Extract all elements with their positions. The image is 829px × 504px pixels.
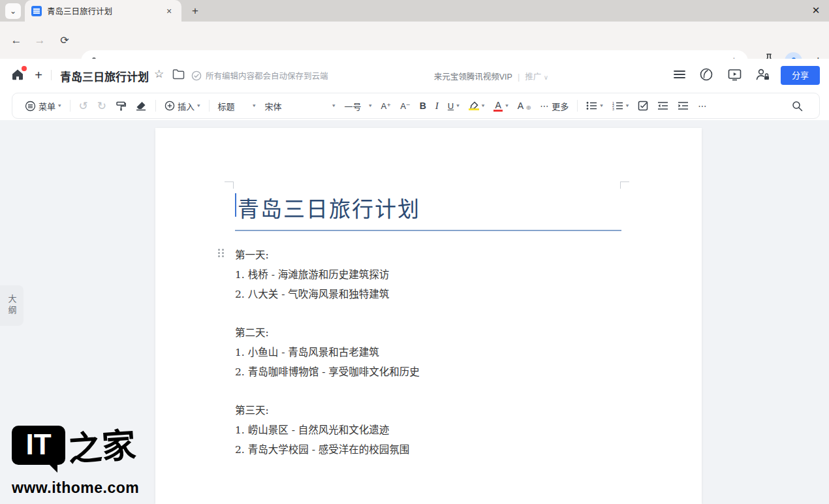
indent-button[interactable]: [673, 97, 693, 115]
promo-text: 来元宝领腾讯视频VIP: [434, 72, 512, 82]
checklist-button[interactable]: [633, 97, 653, 115]
toolbar-overflow-button[interactable]: ⋯: [693, 97, 712, 115]
day-section: 第二天: 1. 小鱼山 - 青岛风景和古老建筑 2. 青岛咖啡博物馆 - 享受咖…: [235, 323, 621, 382]
doc-list-menu-icon[interactable]: [672, 67, 688, 83]
video-tutorial-icon[interactable]: [727, 67, 743, 83]
browser-navbar: ← → ⟳ docs.qq.com/doc/DTXVpV0hWTHh2YVN1 …: [0, 22, 829, 59]
font-color-bar: [493, 110, 503, 112]
ithome-url: www.ithome.com: [12, 479, 142, 497]
caret-down-icon: ▾: [505, 103, 508, 108]
numbered-list-button[interactable]: 123 ▾: [608, 97, 634, 115]
font-family-select[interactable]: 宋体▾: [260, 97, 340, 115]
window-close-button[interactable]: ✕: [809, 4, 822, 17]
document-body[interactable]: 青岛三日旅行计划 第一天: 1. 栈桥 - 海滩旅游和历史建筑探访 2. 八大关…: [235, 188, 621, 479]
move-folder-icon[interactable]: [172, 69, 185, 80]
create-doc-button[interactable]: +: [31, 67, 46, 83]
section-heading[interactable]: 第三天:: [235, 401, 621, 420]
more-label: 更多: [552, 100, 569, 112]
tab-search-button[interactable]: ⌄: [5, 3, 21, 19]
title-corner-mark-left: [225, 181, 234, 189]
caret-down-icon: ▾: [482, 103, 485, 108]
plus-circle-icon: [164, 101, 175, 111]
autosave-text: 所有编辑内容都会自动保存到云端: [206, 69, 328, 82]
italic-button[interactable]: I: [431, 97, 443, 115]
undo-button[interactable]: ↺: [74, 97, 93, 115]
caret-down-icon: ▾: [197, 103, 200, 108]
document-title[interactable]: 青岛三日旅行计划: [60, 68, 149, 84]
back-button[interactable]: ←: [8, 32, 25, 49]
promo-banner[interactable]: 来元宝领腾讯视频VIP|推广 ∨: [434, 70, 548, 82]
list-item[interactable]: 1. 栈桥 - 海滩旅游和历史建筑探访: [235, 265, 621, 285]
redo-button[interactable]: ↻: [93, 97, 111, 115]
eraser-button[interactable]: [131, 97, 151, 115]
menu-label: 菜单: [39, 100, 55, 112]
heading-select[interactable]: 标题▾: [213, 97, 260, 115]
section-heading[interactable]: 第二天:: [235, 323, 621, 343]
search-button[interactable]: [787, 97, 807, 115]
insert-label: 插入: [178, 100, 195, 112]
text-cursor: [235, 193, 236, 217]
font-size-label: 一号: [345, 100, 362, 112]
document-page[interactable]: 青岛三日旅行计划 第一天: 1. 栈桥 - 海滩旅游和历史建筑探访 2. 八大关…: [155, 128, 702, 504]
format-painter-button[interactable]: [111, 97, 131, 115]
browser-tab[interactable]: 青岛三日旅行计划 ×: [25, 0, 181, 22]
style-circle-icon: ◎: [526, 104, 531, 110]
favorite-star-icon[interactable]: ☆: [154, 67, 164, 81]
svg-text:3: 3: [612, 107, 614, 110]
notification-dot: [22, 66, 27, 71]
text-style-button[interactable]: A◎: [513, 97, 535, 115]
forward-button[interactable]: →: [31, 32, 48, 49]
block-drag-handle-icon[interactable]: [218, 249, 225, 259]
permissions-user-lock-icon[interactable]: [755, 67, 771, 83]
assistant-circle-icon[interactable]: [699, 67, 715, 83]
tab-title: 青岛三日旅行计划: [47, 5, 158, 17]
docs-header: + 青岛三日旅行计划 ☆ 所有编辑内容都会自动保存到云端 来元宝领腾讯视频VIP…: [0, 59, 829, 91]
check-circle-icon: [191, 71, 202, 81]
reload-button[interactable]: ⟳: [56, 32, 73, 49]
promo-tag: 推广: [525, 72, 541, 82]
caret-down-icon: ▾: [332, 103, 336, 108]
heading-label: 标题: [218, 100, 235, 112]
decrease-font-button[interactable]: A⁻: [396, 97, 415, 115]
title-corner-mark-right: [620, 181, 629, 189]
format-toolbar-row: 菜单▾ ↺ ↻ 插入▾: [0, 91, 829, 120]
more-button[interactable]: ⋯ 更多: [535, 97, 573, 115]
list-item[interactable]: 2. 青岛咖啡博物馆 - 享受咖啡文化和历史: [235, 362, 621, 382]
font-color-button[interactable]: A ▾: [489, 97, 513, 115]
section-heading[interactable]: 第一天:: [235, 245, 621, 265]
new-tab-button[interactable]: +: [188, 4, 202, 18]
header-divider: [51, 70, 52, 80]
bold-button[interactable]: B: [415, 97, 431, 115]
caret-down-icon: ▾: [456, 103, 460, 108]
home-button[interactable]: [10, 67, 26, 83]
page-title[interactable]: 青岛三日旅行计划: [235, 188, 621, 231]
caret-down-icon: ▾: [600, 103, 603, 108]
more-dots-icon: ⋯: [540, 101, 549, 111]
ithome-logo-suffix: 之家: [67, 423, 137, 471]
menu-circle-icon: [25, 101, 36, 112]
outline-tab[interactable]: 大纲: [0, 285, 23, 326]
bullet-list-button[interactable]: ▾: [582, 97, 608, 115]
menu-button[interactable]: 菜单▾: [20, 97, 66, 115]
list-item[interactable]: 2. 青岛大学校园 - 感受洋在的校园氛围: [235, 440, 621, 460]
search-icon: [792, 101, 803, 112]
list-item[interactable]: 2. 八大关 - 气吹海风景和独特建筑: [235, 285, 621, 304]
font-size-select[interactable]: 一号▾: [340, 97, 377, 115]
outdent-button[interactable]: [653, 97, 673, 115]
underline-button[interactable]: U▾: [443, 97, 464, 115]
list-item[interactable]: 1. 崂山景区 - 自然风光和文化遗迹: [235, 420, 621, 440]
share-button[interactable]: 分享: [781, 66, 820, 85]
caret-down-icon: ▾: [369, 103, 372, 108]
list-item[interactable]: 1. 小鱼山 - 青岛风景和古老建筑: [235, 343, 621, 362]
ithome-logo: IT: [12, 426, 65, 465]
highlight-button[interactable]: ▾: [464, 97, 490, 115]
tab-close-icon[interactable]: ×: [163, 5, 175, 17]
increase-font-button[interactable]: A⁺: [377, 97, 396, 115]
caret-down-icon: ▾: [58, 103, 61, 108]
caret-down-icon: ▾: [626, 103, 629, 108]
insert-button[interactable]: 插入▾: [160, 97, 205, 115]
font-color-letter: A: [495, 101, 501, 110]
underline-label: U: [448, 101, 454, 111]
day-section: 第三天: 1. 崂山景区 - 自然风光和文化遗迹 2. 青岛大学校园 - 感受洋…: [235, 401, 621, 460]
day-section: 第一天: 1. 栈桥 - 海滩旅游和历史建筑探访 2. 八大关 - 气吹海风景和…: [235, 245, 621, 304]
